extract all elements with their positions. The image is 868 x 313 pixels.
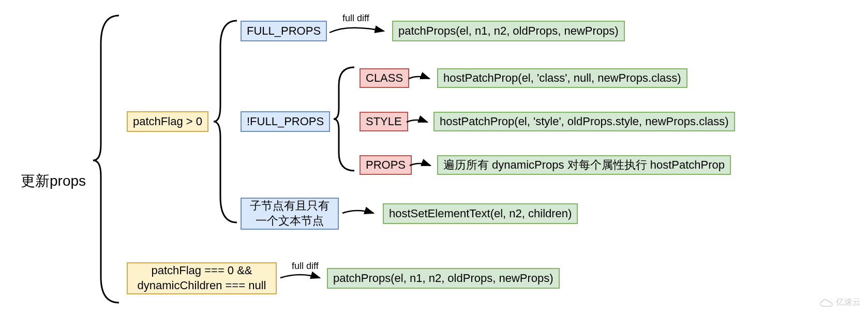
result-full-props: patchProps(el, n1, n2, oldProps, newProp… [392,21,625,41]
cond-patchflag-gt0: patchFlag > 0 [127,111,208,132]
notfull-bracket [331,65,357,173]
cond-patchflag-0: patchFlag === 0 && dynamicChildren === n… [127,262,277,294]
label-full-diff-1: full diff [342,13,369,24]
result-style: hostPatchProp(el, 'style', oldProps.styl… [433,112,735,131]
cond1-bracket [211,18,240,225]
arrow-full-props [327,25,389,40]
arrow-text-child [341,207,378,220]
root-label: 更新props [21,171,86,191]
arrow-props [409,159,435,172]
result-props: 遍历所有 dynamicProps 对每个属性执行 hostPatchProp [437,155,731,175]
cloud-icon [819,298,833,307]
branch-text-child: 子节点有且只有一个文本节点 [241,198,339,230]
root-bracket [91,13,122,305]
sub-props: PROPS [360,155,412,175]
result-text-child: hostSetElementText(el, n2, children) [383,203,578,224]
result-class: hostPatchProp(el, 'class', null, newProp… [437,68,687,88]
watermark-text: 亿速云 [836,297,861,308]
branch-not-full-props: !FULL_PROPS [241,111,330,132]
arrow-style [406,116,431,129]
arrow-cond2 [279,272,323,285]
sub-class: CLASS [360,68,409,88]
result-cond2: patchProps(el, n1, n2, oldProps, newProp… [327,268,560,289]
arrow-class [408,72,433,85]
watermark: 亿速云 [819,297,861,308]
sub-style: STYLE [360,112,408,131]
label-full-diff-2: full diff [292,261,319,272]
branch-full-props: FULL_PROPS [241,21,327,41]
